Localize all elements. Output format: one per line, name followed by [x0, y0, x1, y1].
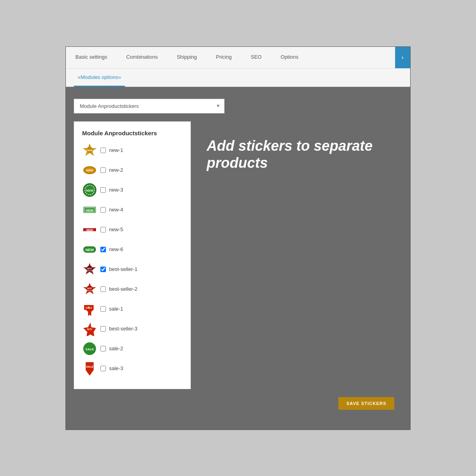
panel-title: Module Anproductstickers	[82, 130, 182, 136]
checkbox-new-6[interactable]	[100, 247, 106, 252]
sub-tab-bar: «Modules options»	[66, 69, 410, 87]
list-item: SALE sale-2	[82, 341, 182, 356]
list-item: NEW new-4	[82, 202, 182, 217]
sticker-new-1-icon: NEW	[82, 143, 97, 158]
checkbox-new-3[interactable]	[100, 187, 106, 193]
checkbox-new-5[interactable]	[100, 227, 106, 232]
svg-text:SELLER: SELLER	[87, 290, 92, 292]
tab-options[interactable]: Options	[271, 47, 308, 68]
svg-text:NEW: NEW	[86, 209, 94, 212]
label-new-2: new-2	[109, 167, 123, 173]
label-sale-3: sale-3	[109, 365, 123, 371]
save-stickers-button[interactable]: SAVE STICKERS	[338, 397, 394, 410]
sticker-new-3-icon: NEW	[82, 182, 97, 198]
sticker-sale-3-icon: SALE	[82, 361, 97, 376]
svg-text:SALE: SALE	[86, 307, 92, 309]
svg-text:SELLER: SELLER	[86, 270, 93, 272]
sticker-best-seller-2-icon: BEST SELLER	[82, 282, 97, 297]
checkbox-sale-3[interactable]	[100, 366, 106, 371]
label-sale-1: sale-1	[109, 306, 123, 312]
label-best-seller-3: best-seller-3	[109, 326, 138, 332]
sticker-best-seller-3-icon: BEST	[82, 321, 97, 336]
checkbox-new-4[interactable]	[100, 207, 106, 213]
label-new-1: new-1	[109, 147, 123, 153]
checkbox-sale-2[interactable]	[100, 346, 106, 351]
sticker-new-2-icon: NEW	[82, 163, 97, 178]
label-new-4: new-4	[109, 207, 123, 213]
svg-text:NEW: NEW	[86, 248, 94, 252]
tab-bar: Basic settings Combinations Shipping Pri…	[66, 47, 410, 69]
list-item: NEW new-1	[82, 143, 182, 158]
sticker-new-6-icon: NEW	[82, 242, 97, 257]
svg-text:NEW: NEW	[87, 149, 92, 152]
module-select[interactable]: Module Anproductstickers	[74, 99, 225, 113]
svg-text:NEW: NEW	[86, 229, 93, 232]
tab-shipping[interactable]: Shipping	[167, 47, 207, 68]
list-item: NEW new-2	[82, 163, 182, 178]
tab-pricing[interactable]: Pricing	[206, 47, 241, 68]
list-item: NEW new-5	[82, 222, 182, 237]
svg-text:BEST: BEST	[87, 288, 92, 290]
stickers-panel: Module Anproductstickers NEW new-1	[74, 121, 191, 389]
svg-text:NEW: NEW	[86, 189, 94, 192]
checkbox-new-2[interactable]	[100, 167, 106, 173]
two-col-layout: Module Anproductstickers NEW new-1	[74, 121, 402, 389]
list-item: NEW new-3	[82, 182, 182, 198]
list-item: BEST SELLER best-seller-1	[82, 262, 182, 277]
list-item: BEST SELLER best-seller-2	[82, 282, 182, 297]
svg-text:SALE: SALE	[86, 365, 94, 368]
module-dropdown-wrapper: Module Anproductstickers ▼	[74, 99, 225, 113]
list-item: NEW new-6	[82, 242, 182, 257]
label-new-6: new-6	[109, 246, 123, 252]
content-area: Module Anproductstickers ▼ Module Anprod…	[66, 87, 410, 430]
checkbox-best-seller-1[interactable]	[100, 267, 106, 272]
tab-basic-settings[interactable]: Basic settings	[66, 47, 117, 68]
checkbox-best-seller-3[interactable]	[100, 326, 106, 332]
sub-tab-modules-options[interactable]: «Modules options»	[74, 69, 125, 87]
sticker-sale-1-icon: S SALE	[82, 301, 97, 317]
sticker-new-5-icon: NEW	[82, 222, 97, 237]
label-new-3: new-3	[109, 187, 123, 193]
svg-text:BEST: BEST	[87, 328, 92, 330]
tab-combinations[interactable]: Combinations	[117, 47, 167, 68]
tab-next-arrow[interactable]: ›	[395, 47, 410, 68]
main-container: Basic settings Combinations Shipping Pri…	[65, 46, 411, 430]
list-item: SALE sale-3	[82, 361, 182, 376]
dropdown-container: Module Anproductstickers ▼	[74, 99, 402, 113]
sticker-sale-2-icon: SALE	[82, 341, 97, 356]
tab-seo[interactable]: SEO	[241, 47, 271, 68]
label-sale-2: sale-2	[109, 345, 123, 351]
list-item: BEST best-seller-3	[82, 321, 182, 336]
svg-text:NEW: NEW	[86, 169, 93, 172]
sticker-best-seller-1-icon: BEST SELLER	[82, 262, 97, 277]
checkbox-sale-1[interactable]	[100, 306, 106, 312]
svg-marker-34	[86, 362, 94, 376]
checkbox-new-1[interactable]	[100, 148, 106, 153]
sticker-new-4-icon: NEW	[82, 202, 97, 217]
label-best-seller-2: best-seller-2	[109, 286, 138, 292]
label-best-seller-1: best-seller-1	[109, 266, 138, 272]
svg-text:SALE: SALE	[85, 347, 94, 351]
label-new-5: new-5	[109, 226, 123, 232]
promo-text: Add stickers to separate products	[199, 121, 402, 187]
list-item: S SALE sale-1	[82, 301, 182, 317]
svg-marker-27	[88, 310, 91, 316]
checkbox-best-seller-2[interactable]	[100, 286, 106, 292]
